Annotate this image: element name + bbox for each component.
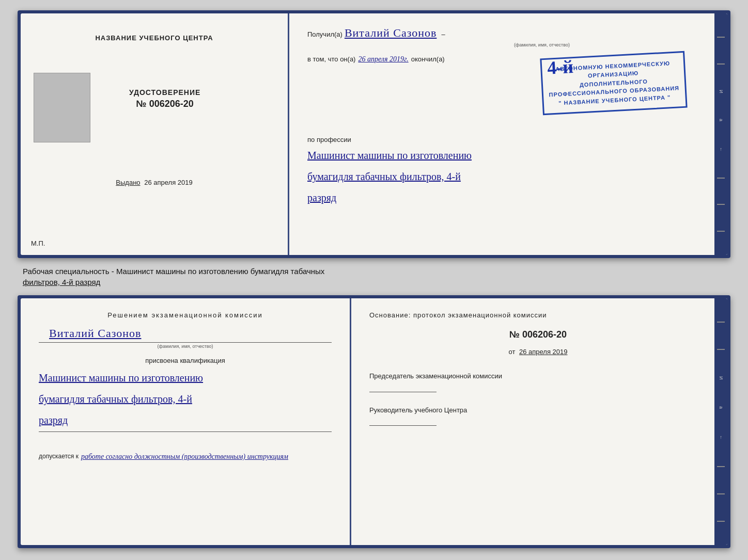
edge-dash-b1 [717, 322, 725, 323]
caption-area: Рабочая специальность - Машинист машины … [18, 263, 730, 290]
top-right-page: Получил(а) Виталий Сазонов – (фамилия, и… [289, 13, 727, 255]
ot-date: 26 апреля 2019 [519, 348, 568, 356]
edge-dash-b2 [717, 349, 725, 350]
vtom-prefix: в том, что он(а) [307, 55, 355, 63]
edge-dash-5 [717, 231, 725, 232]
udostoverenie-number: № 006206-20 [129, 99, 200, 109]
profession-line3: разряд [307, 188, 709, 207]
protokol-number: № 006206-20 [369, 329, 707, 340]
stamp-number: 4-й [547, 56, 574, 79]
po-professii-label: по профессии [307, 136, 709, 143]
fio-sublabel-bottom: (фамилия, имя, отчество) [39, 344, 332, 349]
udostoverenie-title: УДОСТОВЕРЕНИЕ [129, 88, 200, 97]
vydano-section: Выдано 26 апреля 2019 [116, 179, 192, 186]
edge-letter-k: ← [719, 147, 724, 152]
edge-letter-ya: а [719, 119, 724, 121]
dopuskaetsya-label: допускается к [39, 453, 79, 461]
qualification-line1: Машинист машины по изготовлению [39, 369, 332, 387]
right-edge-marks-bottom: И а ← [714, 298, 727, 545]
poluchil-label: Получил(а) [307, 30, 342, 38]
edge-letter-i: И [719, 90, 724, 93]
prisvoena-label: присвоена квалификация [39, 357, 332, 364]
ot-label: от [508, 348, 515, 356]
edge-letter-b-i: И [719, 376, 724, 379]
recipient-name-top: Виталий Сазонов [345, 26, 437, 40]
qualification-line2: бумагидля табачных фильтров, 4-й [39, 390, 332, 408]
vtom-date: 26 апреля 2019г. [358, 55, 408, 63]
vydano-date: 26 апреля 2019 [144, 179, 193, 186]
edge-dash-4 [717, 204, 725, 205]
fio-sublabel-top: (фамилия, имя, отчество) [375, 42, 709, 47]
ot-date-section: от 26 апреля 2019 [369, 348, 707, 356]
top-left-title: НАЗВАНИЕ УЧЕБНОГО ЦЕНТРА [95, 34, 213, 42]
photo-placeholder [34, 73, 90, 142]
recipient-name-bottom: Виталий Сазонов [49, 327, 332, 340]
poluchil-line: Получил(а) Виталий Сазонов – [307, 26, 709, 40]
predsedatel-signature-line [369, 392, 437, 392]
edge-dash-b4 [717, 493, 725, 494]
predsedatel-text: Председатель экзаменационной комиссии [369, 371, 707, 381]
caption-text-1: Рабочая специальность - Машинист машины … [23, 266, 725, 277]
stamp-box: 4-й АВТОНОМНУЮ НЕКОММЕРЧЕСКУЮ ОРГАНИЗАЦИ… [540, 51, 687, 116]
top-left-page: НАЗВАНИЕ УЧЕБНОГО ЦЕНТРА УДОСТОВЕРЕНИЕ №… [21, 13, 289, 255]
edge-letter-b-ya: а [719, 406, 724, 409]
bottom-certificate-book: Решением экзаменационной комиссии Витали… [18, 295, 730, 548]
profession-line1: Машинист машины по изготовлению [307, 146, 709, 165]
mp-label: М.П. [31, 239, 45, 247]
okonchil-label: окончил(а) [411, 55, 445, 63]
page-wrapper: НАЗВАНИЕ УЧЕБНОГО ЦЕНТРА УДОСТОВЕРЕНИЕ №… [0, 0, 748, 560]
osnovanie-title: Основание: протокол экзаменационной коми… [369, 311, 707, 319]
bottom-left-page: Решением экзаменационной комиссии Витали… [21, 298, 351, 545]
edge-letter-b-k: ← [719, 435, 724, 440]
right-edge-marks-top: И а ← [714, 13, 727, 255]
edge-dash-b3 [717, 466, 725, 467]
bottom-right-page: Основание: протокол экзаменационной коми… [351, 298, 727, 545]
rukovoditel-signature-line [369, 425, 437, 426]
caption-text-2: фильтров, 4-й разряд [23, 277, 725, 287]
edge-dash-2 [717, 63, 725, 65]
edge-dash-b5 [717, 521, 725, 522]
qualification-line3: разряд [39, 411, 332, 429]
edge-dash-1 [717, 37, 725, 38]
name-separator [39, 342, 332, 343]
profession-line2: бумагидля табачных фильтров, 4-й [307, 167, 709, 186]
edge-dash-3 [717, 178, 725, 179]
vydano-label: Выдано [116, 179, 140, 186]
top-certificate-book: НАЗВАНИЕ УЧЕБНОГО ЦЕНТРА УДОСТОВЕРЕНИЕ №… [18, 10, 730, 258]
rukovoditel-text: Руководитель учебного Центра [369, 405, 707, 415]
dopuskaetsya-value: работе согласно должностным (производств… [81, 453, 288, 461]
qualification-separator [39, 431, 332, 432]
resheniyem-title: Решением экзаменационной комиссии [39, 311, 332, 319]
dopuskaetsya-section: допускается к работе согласно должностны… [39, 453, 332, 461]
